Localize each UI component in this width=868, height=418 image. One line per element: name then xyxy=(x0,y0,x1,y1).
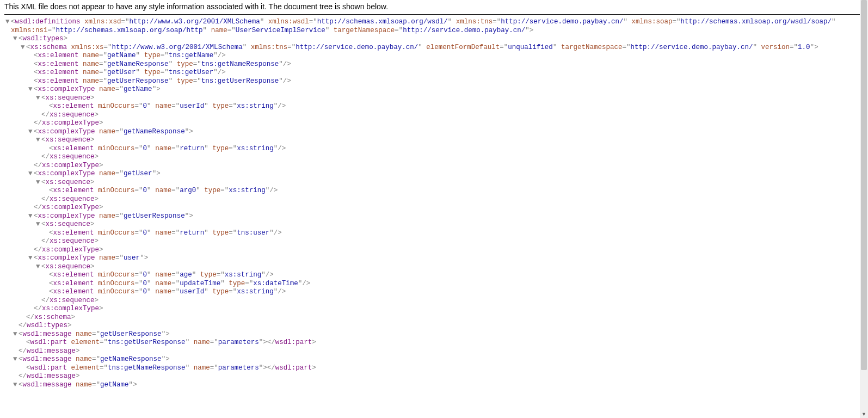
xs-element: <xs:element name="getUserResponse" type=… xyxy=(34,77,291,85)
toggle-icon[interactable]: ▼ xyxy=(28,254,34,263)
xs-complextype: <xs:complexType name="getNameResponse"> xyxy=(34,128,193,136)
xs-complextype: <xs:complexType name="getName"> xyxy=(34,85,161,93)
scroll-down-icon[interactable]: ▼ xyxy=(860,410,868,418)
toggle-icon[interactable]: ▼ xyxy=(13,330,19,339)
xs-complextype-close: </xs:complexType> xyxy=(34,246,103,254)
wsdl-part: <wsdl:part element="tns:getNameResponse"… xyxy=(26,364,316,372)
xs-schema-open: <xs:schema xmlns:xs="http://www.w3.org/2… xyxy=(26,44,818,51)
xs-schema-close: </xs:schema> xyxy=(26,314,75,321)
toggle-icon[interactable]: ▼ xyxy=(28,212,34,221)
xs-sequence-close: </xs:sequence> xyxy=(41,111,99,119)
toggle-icon[interactable]: ▼ xyxy=(28,85,34,94)
xs-element: <xs:element minOccurs="0" name="userId" … xyxy=(49,288,286,296)
xs-element: <xs:element minOccurs="0" name="age" typ… xyxy=(49,271,274,279)
wsdl-message: <wsdl:message name="getUserResponse"> xyxy=(19,330,170,338)
wsdl-types-close: </wsdl:types> xyxy=(19,322,72,329)
xs-element: <xs:element minOccurs="0" name="return" … xyxy=(49,145,286,152)
wsdl-part: <wsdl:part element="tns:getUserResponse"… xyxy=(26,339,316,346)
xs-sequence-close: </xs:sequence> xyxy=(41,153,99,161)
xs-sequence-open: <xs:sequence> xyxy=(41,179,95,186)
xs-complextype: <xs:complexType name="getUser"> xyxy=(34,170,161,177)
xml-tree: ▼<wsdl:definitions xmlns:xsd="http://www… xyxy=(0,18,868,389)
xs-sequence-close: </xs:sequence> xyxy=(41,237,99,245)
wsdl-message-close: </wsdl:message> xyxy=(19,372,80,380)
toggle-icon[interactable]: ▼ xyxy=(36,179,41,187)
xs-sequence-open: <xs:sequence> xyxy=(41,136,95,144)
scrollbar[interactable]: ▲ ▼ xyxy=(860,0,868,418)
wsdl-message: <wsdl:message name="getNameResponse"> xyxy=(19,355,170,363)
wsdl-message: <wsdl:message name="getName"> xyxy=(19,381,137,389)
xs-complextype-close: </xs:complexType> xyxy=(34,305,103,312)
xs-complextype-close: </xs:complexType> xyxy=(34,204,103,211)
toggle-icon[interactable]: ▼ xyxy=(36,136,41,145)
xs-element: <xs:element name="getUser" type="tns:get… xyxy=(34,69,226,76)
toggle-icon[interactable]: ▼ xyxy=(36,220,41,229)
toggle-icon[interactable]: ▼ xyxy=(5,18,11,27)
toggle-icon[interactable]: ▼ xyxy=(36,94,41,103)
xs-complextype-close: </xs:complexType> xyxy=(34,119,103,127)
toggle-icon[interactable]: ▼ xyxy=(28,170,34,179)
toggle-icon[interactable]: ▼ xyxy=(21,44,26,52)
xs-element: <xs:element minOccurs="0" name="return" … xyxy=(49,229,282,237)
xs-element: <xs:element minOccurs="0" name="updateTi… xyxy=(49,280,310,287)
xs-element: <xs:element minOccurs="0" name="arg0" ty… xyxy=(49,187,278,194)
xs-element: <xs:element name="getName" type="tns:get… xyxy=(34,52,226,59)
xs-complextype: <xs:complexType name="user"> xyxy=(34,254,148,262)
xs-complextype: <xs:complexType name="getUserResponse"> xyxy=(34,212,193,220)
xs-sequence-open: <xs:sequence> xyxy=(41,263,95,271)
wsdl-types-open: <wsdl:types> xyxy=(19,35,67,42)
xs-element: <xs:element name="getNameResponse" type=… xyxy=(34,60,291,68)
xs-sequence-open: <xs:sequence> xyxy=(41,94,95,102)
toggle-icon[interactable]: ▼ xyxy=(13,355,19,364)
xs-element: <xs:element minOccurs="0" name="userId" … xyxy=(49,102,286,110)
banner-text: This XML file does not appear to have an… xyxy=(0,0,868,14)
xs-sequence-close: </xs:sequence> xyxy=(41,297,99,304)
toggle-icon[interactable]: ▼ xyxy=(28,128,34,137)
xs-sequence-open: <xs:sequence> xyxy=(41,220,95,228)
wsdl-message-close: </wsdl:message> xyxy=(19,347,80,355)
toggle-icon[interactable]: ▼ xyxy=(36,263,41,272)
xs-sequence-close: </xs:sequence> xyxy=(41,195,99,203)
xs-complextype-close: </xs:complexType> xyxy=(34,162,103,169)
toggle-icon[interactable]: ▼ xyxy=(13,381,19,390)
wsdl-definitions-open: <wsdl:definitions xmlns:xsd="http://www.… xyxy=(11,18,844,35)
toggle-icon[interactable]: ▼ xyxy=(13,35,19,44)
separator xyxy=(4,14,864,15)
scroll-thumb[interactable] xyxy=(861,0,867,370)
